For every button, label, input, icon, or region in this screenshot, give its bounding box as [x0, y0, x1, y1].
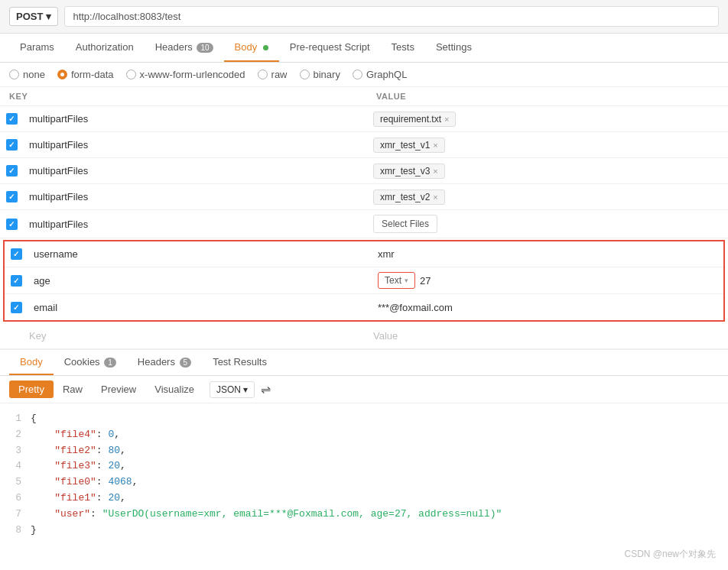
row2-key[interactable]: multipartFiles: [23, 134, 367, 155]
body-type-row: none form-data x-www-form-urlencoded raw…: [0, 63, 728, 87]
radio-graphql-circle: [353, 70, 362, 79]
hrow3-checkbox[interactable]: [11, 302, 22, 313]
radio-urlencoded-circle: [126, 70, 136, 79]
hrow1-checkbox[interactable]: [11, 248, 22, 260]
row3-close-icon[interactable]: ×: [433, 167, 437, 176]
table-row-empty: Key Value: [0, 323, 728, 349]
hrow1-value[interactable]: xmr: [372, 244, 723, 264]
tab-headers[interactable]: Headers 10: [145, 34, 224, 62]
row2-checkbox[interactable]: [6, 139, 18, 151]
row4-checkbox[interactable]: [6, 191, 18, 202]
code-line: 3 "file2": 80,: [0, 443, 728, 459]
row1-key[interactable]: multipartFiles: [23, 108, 367, 129]
hrow2-checkbox[interactable]: [11, 275, 22, 287]
row4-file-tag: xmr_test_v2 ×: [373, 189, 445, 205]
row2-value: xmr_test_v1 ×: [367, 133, 728, 157]
col-key-header: KEY: [9, 92, 376, 101]
code-line: 2 "file4": 0,: [0, 427, 728, 443]
col-value-header: VALUE: [376, 92, 719, 101]
row5-key[interactable]: multipartFiles: [23, 214, 367, 235]
format-tab-pretty[interactable]: Pretty: [9, 381, 54, 398]
cookies-badge: 1: [104, 358, 116, 368]
method-label: POST: [16, 11, 43, 22]
wrap-icon[interactable]: ⇌: [261, 382, 271, 397]
row2-close-icon[interactable]: ×: [433, 141, 437, 150]
json-chevron-icon: ▾: [243, 384, 248, 395]
table-container: KEY VALUE multipartFiles requirement.txt…: [0, 87, 728, 350]
row1-checkbox[interactable]: [6, 113, 18, 125]
bottom-tab-cookies[interactable]: Cookies 1: [54, 350, 127, 375]
table-row: age Text ▾ 27: [5, 267, 723, 294]
select-files-button[interactable]: Select Files: [373, 215, 437, 233]
bottom-headers-badge: 5: [180, 358, 192, 368]
code-area: 1 { 2 "file4": 0, 3 "file2": 80, 4 "file…: [0, 403, 728, 546]
radio-form-data[interactable]: form-data: [57, 69, 114, 80]
tab-pre-request[interactable]: Pre-request Script: [279, 34, 381, 62]
tab-params[interactable]: Params: [9, 34, 65, 62]
code-line: 4 "file3": 20,: [0, 458, 728, 474]
row5-check[interactable]: [0, 219, 23, 230]
json-format-selector[interactable]: JSON ▾: [210, 381, 255, 398]
hrow3-key[interactable]: email: [28, 297, 372, 318]
row3-check[interactable]: [0, 165, 23, 177]
empty-value[interactable]: Value: [367, 325, 728, 346]
radio-binary[interactable]: binary: [300, 69, 340, 80]
body-dot: [263, 45, 268, 50]
radio-raw[interactable]: raw: [258, 69, 288, 80]
method-select[interactable]: POST ▾: [9, 7, 58, 26]
row5-checkbox[interactable]: [6, 219, 18, 230]
hrow1-check[interactable]: [5, 248, 28, 260]
radio-form-data-circle: [57, 70, 67, 79]
table-row: multipartFiles xmr_test_v3 ×: [0, 158, 728, 184]
format-tab-visualize[interactable]: Visualize: [145, 381, 203, 398]
hrow2-value: Text ▾ 27: [372, 267, 723, 293]
hrow2-check[interactable]: [5, 275, 28, 287]
row1-check[interactable]: [0, 113, 23, 125]
tab-authorization[interactable]: Authorization: [65, 34, 145, 62]
code-line: 8 }: [0, 523, 728, 539]
tab-settings[interactable]: Settings: [425, 34, 483, 62]
row3-value: xmr_test_v3 ×: [367, 159, 728, 183]
nav-tabs: Params Authorization Headers 10 Body Pre…: [0, 34, 728, 63]
code-line: 6 "file1": 20,: [0, 491, 728, 507]
hrow1-key[interactable]: username: [28, 244, 372, 264]
hrow3-value[interactable]: ***@foxmail.com: [372, 297, 723, 318]
format-tab-preview[interactable]: Preview: [92, 381, 145, 398]
row3-file-tag: xmr_test_v3 ×: [373, 164, 445, 179]
row1-file-tag: requirement.txt ×: [373, 112, 456, 127]
radio-urlencoded[interactable]: x-www-form-urlencoded: [126, 69, 245, 80]
row4-check[interactable]: [0, 191, 23, 202]
text-type-dropdown[interactable]: Text ▾: [378, 272, 415, 289]
format-tabs: Pretty Raw Preview Visualize JSON ▾ ⇌: [0, 376, 728, 403]
row5-value: Select Files: [367, 210, 728, 238]
row2-check[interactable]: [0, 139, 23, 151]
bottom-tab-body[interactable]: Body: [9, 350, 54, 375]
row4-close-icon[interactable]: ×: [433, 193, 437, 202]
tab-body[interactable]: Body: [224, 34, 279, 62]
code-line: 5 "file0": 4068,: [0, 474, 728, 491]
table-header: KEY VALUE: [0, 87, 728, 106]
row1-close-icon[interactable]: ×: [444, 115, 449, 124]
row3-key[interactable]: multipartFiles: [23, 160, 367, 181]
row4-value: xmr_test_v2 ×: [367, 185, 728, 209]
row1-value: requirement.txt ×: [367, 107, 728, 131]
bottom-tab-headers[interactable]: Headers 5: [127, 350, 202, 375]
radio-graphql[interactable]: GraphQL: [353, 69, 407, 80]
table-row: multipartFiles requirement.txt ×: [0, 106, 728, 132]
table-row: username xmr: [5, 241, 723, 267]
radio-binary-circle: [300, 70, 310, 79]
url-input[interactable]: [64, 6, 719, 27]
empty-key[interactable]: Key: [23, 325, 367, 346]
radio-raw-circle: [258, 70, 268, 79]
row2-file-tag: xmr_test_v1 ×: [373, 138, 445, 153]
row4-key[interactable]: multipartFiles: [23, 186, 367, 207]
hrow3-check[interactable]: [5, 302, 28, 313]
bottom-tab-test-results[interactable]: Test Results: [202, 350, 278, 375]
hrow2-key[interactable]: age: [28, 270, 372, 291]
format-tab-raw[interactable]: Raw: [54, 381, 92, 398]
code-line: 7 "user": "UserDO(username=xmr, email=**…: [0, 507, 728, 523]
row3-checkbox[interactable]: [6, 165, 18, 177]
table-row: email ***@foxmail.com: [5, 294, 723, 320]
tab-tests[interactable]: Tests: [381, 34, 425, 62]
radio-none[interactable]: none: [9, 69, 45, 80]
